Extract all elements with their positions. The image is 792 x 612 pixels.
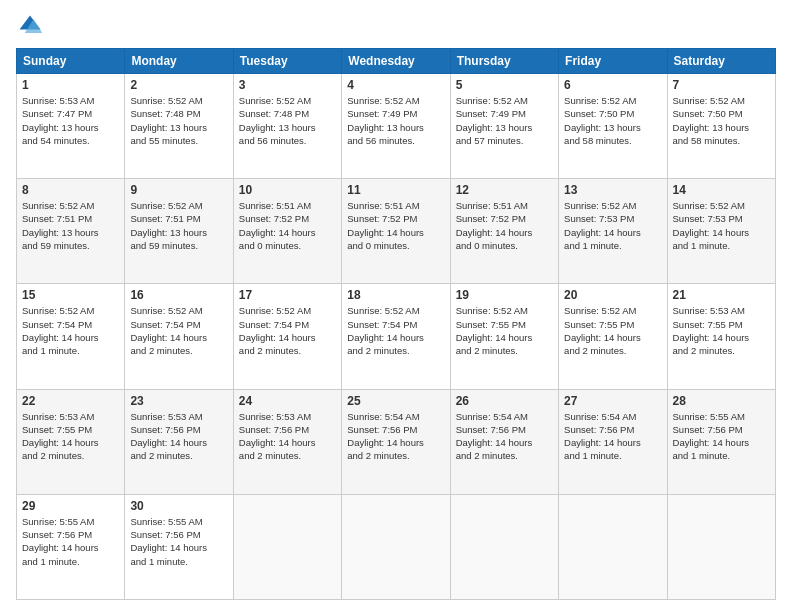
day-cell: 18Sunrise: 5:52 AM Sunset: 7:54 PM Dayli… bbox=[342, 284, 450, 389]
week-row-3: 22Sunrise: 5:53 AM Sunset: 7:55 PM Dayli… bbox=[17, 389, 776, 494]
day-number: 28 bbox=[673, 394, 770, 408]
day-cell: 25Sunrise: 5:54 AM Sunset: 7:56 PM Dayli… bbox=[342, 389, 450, 494]
day-number: 4 bbox=[347, 78, 444, 92]
day-cell bbox=[450, 494, 558, 599]
day-cell: 10Sunrise: 5:51 AM Sunset: 7:52 PM Dayli… bbox=[233, 179, 341, 284]
day-cell: 12Sunrise: 5:51 AM Sunset: 7:52 PM Dayli… bbox=[450, 179, 558, 284]
day-info: Sunrise: 5:52 AM Sunset: 7:53 PM Dayligh… bbox=[564, 199, 661, 252]
day-cell: 20Sunrise: 5:52 AM Sunset: 7:55 PM Dayli… bbox=[559, 284, 667, 389]
day-number: 1 bbox=[22, 78, 119, 92]
day-number: 25 bbox=[347, 394, 444, 408]
day-cell: 28Sunrise: 5:55 AM Sunset: 7:56 PM Dayli… bbox=[667, 389, 775, 494]
day-number: 22 bbox=[22, 394, 119, 408]
day-cell: 7Sunrise: 5:52 AM Sunset: 7:50 PM Daylig… bbox=[667, 74, 775, 179]
day-info: Sunrise: 5:51 AM Sunset: 7:52 PM Dayligh… bbox=[456, 199, 553, 252]
day-header-sunday: Sunday bbox=[17, 49, 125, 74]
day-cell: 1Sunrise: 5:53 AM Sunset: 7:47 PM Daylig… bbox=[17, 74, 125, 179]
calendar-table: SundayMondayTuesdayWednesdayThursdayFrid… bbox=[16, 48, 776, 600]
day-info: Sunrise: 5:54 AM Sunset: 7:56 PM Dayligh… bbox=[564, 410, 661, 463]
day-info: Sunrise: 5:52 AM Sunset: 7:50 PM Dayligh… bbox=[564, 94, 661, 147]
day-number: 9 bbox=[130, 183, 227, 197]
day-info: Sunrise: 5:54 AM Sunset: 7:56 PM Dayligh… bbox=[456, 410, 553, 463]
day-cell: 15Sunrise: 5:52 AM Sunset: 7:54 PM Dayli… bbox=[17, 284, 125, 389]
day-cell: 2Sunrise: 5:52 AM Sunset: 7:48 PM Daylig… bbox=[125, 74, 233, 179]
day-cell: 9Sunrise: 5:52 AM Sunset: 7:51 PM Daylig… bbox=[125, 179, 233, 284]
day-info: Sunrise: 5:52 AM Sunset: 7:54 PM Dayligh… bbox=[130, 304, 227, 357]
week-row-4: 29Sunrise: 5:55 AM Sunset: 7:56 PM Dayli… bbox=[17, 494, 776, 599]
logo bbox=[16, 12, 48, 40]
day-info: Sunrise: 5:52 AM Sunset: 7:54 PM Dayligh… bbox=[239, 304, 336, 357]
day-number: 24 bbox=[239, 394, 336, 408]
week-row-0: 1Sunrise: 5:53 AM Sunset: 7:47 PM Daylig… bbox=[17, 74, 776, 179]
day-cell: 8Sunrise: 5:52 AM Sunset: 7:51 PM Daylig… bbox=[17, 179, 125, 284]
day-info: Sunrise: 5:52 AM Sunset: 7:49 PM Dayligh… bbox=[347, 94, 444, 147]
day-info: Sunrise: 5:52 AM Sunset: 7:55 PM Dayligh… bbox=[564, 304, 661, 357]
day-number: 6 bbox=[564, 78, 661, 92]
page: SundayMondayTuesdayWednesdayThursdayFrid… bbox=[0, 0, 792, 612]
day-info: Sunrise: 5:55 AM Sunset: 7:56 PM Dayligh… bbox=[22, 515, 119, 568]
day-cell: 27Sunrise: 5:54 AM Sunset: 7:56 PM Dayli… bbox=[559, 389, 667, 494]
day-cell: 4Sunrise: 5:52 AM Sunset: 7:49 PM Daylig… bbox=[342, 74, 450, 179]
day-number: 13 bbox=[564, 183, 661, 197]
day-info: Sunrise: 5:53 AM Sunset: 7:56 PM Dayligh… bbox=[130, 410, 227, 463]
day-cell: 22Sunrise: 5:53 AM Sunset: 7:55 PM Dayli… bbox=[17, 389, 125, 494]
day-number: 3 bbox=[239, 78, 336, 92]
day-header-friday: Friday bbox=[559, 49, 667, 74]
day-cell bbox=[667, 494, 775, 599]
day-number: 20 bbox=[564, 288, 661, 302]
day-number: 26 bbox=[456, 394, 553, 408]
day-number: 23 bbox=[130, 394, 227, 408]
day-cell: 23Sunrise: 5:53 AM Sunset: 7:56 PM Dayli… bbox=[125, 389, 233, 494]
day-header-saturday: Saturday bbox=[667, 49, 775, 74]
day-info: Sunrise: 5:53 AM Sunset: 7:55 PM Dayligh… bbox=[673, 304, 770, 357]
header bbox=[16, 12, 776, 40]
day-number: 10 bbox=[239, 183, 336, 197]
day-info: Sunrise: 5:52 AM Sunset: 7:51 PM Dayligh… bbox=[130, 199, 227, 252]
day-cell: 6Sunrise: 5:52 AM Sunset: 7:50 PM Daylig… bbox=[559, 74, 667, 179]
day-cell: 30Sunrise: 5:55 AM Sunset: 7:56 PM Dayli… bbox=[125, 494, 233, 599]
day-info: Sunrise: 5:51 AM Sunset: 7:52 PM Dayligh… bbox=[239, 199, 336, 252]
day-info: Sunrise: 5:53 AM Sunset: 7:47 PM Dayligh… bbox=[22, 94, 119, 147]
day-info: Sunrise: 5:52 AM Sunset: 7:55 PM Dayligh… bbox=[456, 304, 553, 357]
calendar-body: 1Sunrise: 5:53 AM Sunset: 7:47 PM Daylig… bbox=[17, 74, 776, 600]
day-number: 21 bbox=[673, 288, 770, 302]
day-info: Sunrise: 5:52 AM Sunset: 7:53 PM Dayligh… bbox=[673, 199, 770, 252]
day-number: 29 bbox=[22, 499, 119, 513]
day-number: 27 bbox=[564, 394, 661, 408]
day-number: 17 bbox=[239, 288, 336, 302]
day-cell: 24Sunrise: 5:53 AM Sunset: 7:56 PM Dayli… bbox=[233, 389, 341, 494]
day-cell: 17Sunrise: 5:52 AM Sunset: 7:54 PM Dayli… bbox=[233, 284, 341, 389]
day-header-tuesday: Tuesday bbox=[233, 49, 341, 74]
day-number: 30 bbox=[130, 499, 227, 513]
day-info: Sunrise: 5:52 AM Sunset: 7:54 PM Dayligh… bbox=[22, 304, 119, 357]
week-row-2: 15Sunrise: 5:52 AM Sunset: 7:54 PM Dayli… bbox=[17, 284, 776, 389]
day-info: Sunrise: 5:55 AM Sunset: 7:56 PM Dayligh… bbox=[130, 515, 227, 568]
day-headers-row: SundayMondayTuesdayWednesdayThursdayFrid… bbox=[17, 49, 776, 74]
day-cell bbox=[233, 494, 341, 599]
day-number: 16 bbox=[130, 288, 227, 302]
day-cell: 16Sunrise: 5:52 AM Sunset: 7:54 PM Dayli… bbox=[125, 284, 233, 389]
day-header-monday: Monday bbox=[125, 49, 233, 74]
day-number: 12 bbox=[456, 183, 553, 197]
day-cell: 11Sunrise: 5:51 AM Sunset: 7:52 PM Dayli… bbox=[342, 179, 450, 284]
day-info: Sunrise: 5:52 AM Sunset: 7:48 PM Dayligh… bbox=[239, 94, 336, 147]
day-number: 8 bbox=[22, 183, 119, 197]
day-cell: 21Sunrise: 5:53 AM Sunset: 7:55 PM Dayli… bbox=[667, 284, 775, 389]
day-info: Sunrise: 5:55 AM Sunset: 7:56 PM Dayligh… bbox=[673, 410, 770, 463]
day-number: 14 bbox=[673, 183, 770, 197]
day-number: 2 bbox=[130, 78, 227, 92]
day-cell: 3Sunrise: 5:52 AM Sunset: 7:48 PM Daylig… bbox=[233, 74, 341, 179]
day-info: Sunrise: 5:52 AM Sunset: 7:48 PM Dayligh… bbox=[130, 94, 227, 147]
day-cell: 29Sunrise: 5:55 AM Sunset: 7:56 PM Dayli… bbox=[17, 494, 125, 599]
day-cell: 14Sunrise: 5:52 AM Sunset: 7:53 PM Dayli… bbox=[667, 179, 775, 284]
day-number: 7 bbox=[673, 78, 770, 92]
calendar-header: SundayMondayTuesdayWednesdayThursdayFrid… bbox=[17, 49, 776, 74]
day-info: Sunrise: 5:51 AM Sunset: 7:52 PM Dayligh… bbox=[347, 199, 444, 252]
day-info: Sunrise: 5:53 AM Sunset: 7:55 PM Dayligh… bbox=[22, 410, 119, 463]
day-info: Sunrise: 5:52 AM Sunset: 7:54 PM Dayligh… bbox=[347, 304, 444, 357]
day-cell bbox=[342, 494, 450, 599]
day-info: Sunrise: 5:52 AM Sunset: 7:50 PM Dayligh… bbox=[673, 94, 770, 147]
day-cell: 5Sunrise: 5:52 AM Sunset: 7:49 PM Daylig… bbox=[450, 74, 558, 179]
day-info: Sunrise: 5:52 AM Sunset: 7:49 PM Dayligh… bbox=[456, 94, 553, 147]
day-number: 11 bbox=[347, 183, 444, 197]
